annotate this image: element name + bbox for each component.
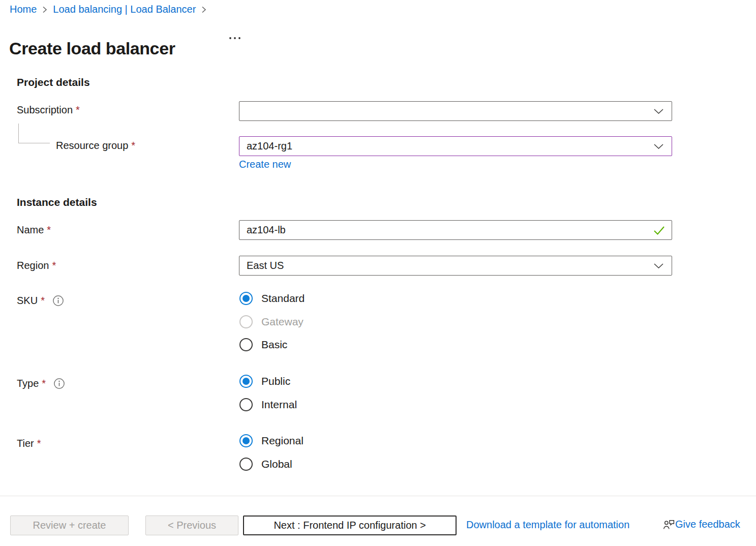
chevron-right-icon — [201, 5, 207, 14]
radio-option-standard[interactable]: Standard — [239, 291, 305, 305]
next-frontend-ip-button[interactable]: Next : Frontend IP configuration > — [243, 515, 457, 535]
resource-group-value: az104-rg1 — [247, 140, 292, 152]
required-asterisk: * — [76, 104, 80, 116]
resource-group-label-text: Resource group — [56, 140, 128, 151]
radio-button-selected[interactable] — [239, 434, 253, 447]
required-asterisk: * — [37, 438, 41, 449]
region-label-text: Region — [17, 260, 49, 271]
page-title: Create load balancer — [9, 39, 175, 58]
subscription-dropdown[interactable] — [239, 101, 672, 121]
info-icon[interactable] — [53, 378, 65, 389]
radio-label: Gateway — [261, 316, 304, 328]
radio-option-public[interactable]: Public — [239, 374, 290, 388]
chevron-right-icon — [42, 5, 48, 14]
name-input[interactable] — [239, 220, 672, 240]
resource-group-label: Resource group* — [56, 140, 135, 151]
sku-label-text: SKU — [17, 295, 38, 307]
radio-label: Global — [261, 458, 292, 470]
region-value: East US — [247, 260, 284, 271]
feedback-icon — [662, 518, 675, 531]
previous-button[interactable]: < Previous — [145, 515, 238, 535]
region-dropdown[interactable]: East US — [239, 256, 672, 276]
required-asterisk: * — [47, 224, 51, 236]
type-label: Type* — [17, 378, 65, 389]
region-label: Region* — [17, 260, 56, 271]
create-new-link[interactable]: Create new — [239, 159, 291, 170]
breadcrumb-load-balancing-link[interactable]: Load balancing | Load Balancer — [53, 4, 196, 15]
radio-label: Basic — [261, 339, 287, 351]
radio-button[interactable] — [239, 398, 253, 411]
radio-option-global[interactable]: Global — [239, 457, 292, 471]
subscription-label: Subscription* — [17, 104, 80, 116]
radio-button-selected[interactable] — [239, 375, 253, 388]
radio-button-disabled — [239, 315, 253, 328]
required-asterisk: * — [131, 140, 135, 151]
required-asterisk: * — [52, 260, 56, 271]
radio-label: Internal — [261, 399, 297, 411]
radio-button-selected[interactable] — [239, 292, 253, 305]
instance-details-heading: Instance details — [17, 196, 97, 208]
required-asterisk: * — [42, 378, 46, 389]
radio-label: Regional — [261, 435, 304, 447]
radio-button[interactable] — [239, 458, 253, 471]
radio-label: Public — [261, 375, 290, 387]
sku-label: SKU* — [17, 295, 64, 307]
subscription-label-text: Subscription — [17, 104, 73, 116]
name-label-text: Name — [17, 224, 44, 236]
chevron-down-icon — [653, 108, 664, 114]
radio-option-internal[interactable]: Internal — [239, 398, 297, 411]
field-connector-line — [18, 124, 50, 143]
review-create-button[interactable]: Review + create — [10, 515, 129, 535]
download-template-link[interactable]: Download a template for automation — [466, 519, 629, 531]
radio-option-gateway: Gateway — [239, 315, 304, 328]
type-label-text: Type — [17, 378, 39, 389]
radio-button[interactable] — [239, 338, 253, 351]
info-icon[interactable] — [52, 295, 64, 307]
breadcrumb: Home Load balancing | Load Balancer — [10, 4, 207, 15]
chevron-down-icon — [653, 263, 664, 269]
footer-divider — [0, 496, 756, 496]
chevron-down-icon — [653, 143, 664, 149]
tier-label-text: Tier — [17, 438, 34, 449]
breadcrumb-home-link[interactable]: Home — [10, 4, 37, 15]
name-label: Name* — [17, 224, 51, 236]
checkmark-icon — [653, 225, 666, 238]
give-feedback-link[interactable]: Give feedback — [675, 519, 740, 530]
radio-label: Standard — [261, 292, 305, 305]
more-options-icon[interactable] — [228, 34, 243, 43]
radio-option-basic[interactable]: Basic — [239, 338, 287, 351]
radio-option-regional[interactable]: Regional — [239, 434, 304, 447]
resource-group-dropdown[interactable]: az104-rg1 — [239, 136, 672, 156]
required-asterisk: * — [41, 295, 45, 307]
tier-label: Tier* — [17, 438, 41, 449]
project-details-heading: Project details — [17, 76, 90, 88]
